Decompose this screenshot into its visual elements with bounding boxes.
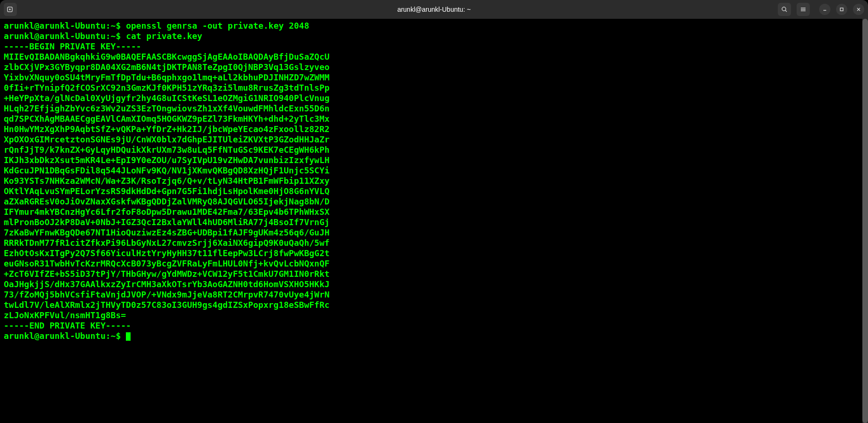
scrollbar-thumb[interactable] bbox=[862, 19, 868, 423]
key-line: qd7SPCXhAgMBAAECggEAVlCAmXIOmq5HOGKWZ9pE… bbox=[4, 114, 864, 124]
key-output-block: MIIEvQIBADANBgkqhkiG9w0BAQEFAASCBKcwggSj… bbox=[4, 52, 864, 321]
output-begin: -----BEGIN PRIVATE KEY----- bbox=[4, 41, 864, 52]
minimize-button[interactable] bbox=[819, 4, 830, 15]
search-button[interactable] bbox=[778, 3, 791, 16]
key-line: zLJoNxKPFVul/nsmHT1g8Bs= bbox=[4, 310, 864, 321]
key-line: Hn0HwYMzXgXhP9AqbtSfZ+vQKPa+YfDrZ+Hk2IJ/… bbox=[4, 124, 864, 134]
prompt-user: arunkl@arunkl-Ubuntu bbox=[4, 331, 106, 341]
command-line-2: arunkl@arunkl-Ubuntu:~$ cat private.key bbox=[4, 31, 864, 41]
prompt-user: arunkl@arunkl-Ubuntu bbox=[4, 31, 106, 41]
prompt-separator: : bbox=[106, 31, 111, 41]
prompt-line-current: arunkl@arunkl-Ubuntu:~$ bbox=[4, 331, 864, 341]
key-line: XpOXOxGIMrcetztonSGNEs9jU/CnWX0blx7dGhpE… bbox=[4, 134, 864, 145]
maximize-button[interactable] bbox=[836, 4, 847, 15]
prompt-path: ~ bbox=[111, 31, 116, 41]
output-end: -----END PRIVATE KEY----- bbox=[4, 321, 864, 331]
prompt-symbol: $ bbox=[116, 331, 121, 341]
key-line: twLdl7V/leAlXRmlx2jTHVyTD0z57C83oI3GUH9g… bbox=[4, 300, 864, 310]
prompt-path: ~ bbox=[111, 331, 116, 341]
key-line: KdGcuJPN1DBqGsFDil8q544JLoNFv9KQ/NV1jXKm… bbox=[4, 165, 864, 176]
terminal-content[interactable]: arunkl@arunkl-Ubuntu:~$ openssl genrsa -… bbox=[0, 19, 868, 423]
search-icon bbox=[781, 6, 788, 13]
terminal-window: arunkl@arunkl-Ubuntu: ~ bbox=[0, 0, 868, 423]
key-line: YixbvXNquy0oSU4tMryFmTfDpTdu+B6qphxgo1lm… bbox=[4, 72, 864, 83]
key-line: rQnfJjT9/k7knZX+GyLqyHDQuikXkrUXm73w8uLq… bbox=[4, 145, 864, 155]
key-line: +ZcT6VIfZE+bS5iD37tPjY/THbGHyw/gYdMWDz+V… bbox=[4, 269, 864, 279]
window-title: arunkl@arunkl-Ubuntu: ~ bbox=[397, 6, 471, 13]
key-line: IKJh3xbDkzXsut5mKR4Le+EpI9Y0eZOU/u7SyIVp… bbox=[4, 155, 864, 165]
key-line: mlPronBoOJ2kP8DaV+0NbJ+IGZ3QcI2BxlaYWll4… bbox=[4, 217, 864, 227]
minimize-icon bbox=[822, 7, 827, 12]
key-line: EzhOtOsKxITgPy2Q7Sf66YiculHztYryHyHH37t1… bbox=[4, 248, 864, 258]
titlebar: arunkl@arunkl-Ubuntu: ~ bbox=[0, 0, 868, 19]
window-controls bbox=[819, 4, 864, 15]
prompt-path: ~ bbox=[111, 21, 116, 31]
close-button[interactable] bbox=[853, 4, 864, 15]
prompt-user: arunkl@arunkl-Ubuntu bbox=[4, 21, 106, 31]
key-line: euGNsoR31TwbHvTcKzrMRQcXcB073yBcgZVFRaLy… bbox=[4, 258, 864, 269]
menu-button[interactable] bbox=[797, 3, 810, 16]
key-line: 7zKaBwYFnwKBgQDe67NT1HioQuziwzEz4sZBG+UD… bbox=[4, 227, 864, 238]
command-2 bbox=[121, 31, 126, 41]
hamburger-icon bbox=[800, 6, 806, 13]
svg-line-2 bbox=[785, 10, 787, 12]
key-line: Ko93YSTs7NHKza2WMcN/Wa+Z3K/RsoTzjq6/Q+v/… bbox=[4, 176, 864, 186]
key-line: OaJHgkjjS/dHx37GAAlkxzZyIrCMH3aXkOTsrYb3… bbox=[4, 279, 864, 290]
key-line: aZXaRGREsV0oJiOvZNaxXGskfwKBgQDDjZalVMRy… bbox=[4, 196, 864, 207]
key-line: +HeYPpXta/glNcDal0XyUjgyfr2hy4G8uICStKeS… bbox=[4, 93, 864, 103]
new-tab-icon bbox=[7, 6, 14, 13]
maximize-icon bbox=[839, 7, 844, 12]
close-icon bbox=[856, 7, 861, 12]
key-line: OKtlYAqLvuSYmPELorYzsRS9dkHdDd+Gpn7G5Fi1… bbox=[4, 186, 864, 196]
scrollbar[interactable] bbox=[862, 19, 868, 423]
new-tab-button[interactable] bbox=[4, 3, 17, 16]
command-1-text: openssl genrsa -out private.key 2048 bbox=[126, 21, 309, 31]
key-line: IFYmur4mkYBCnzHgYc6Lfr2foF8oDpw5Drawu1MD… bbox=[4, 207, 864, 217]
key-line: 73/fZoMQj5bhVCsfiFtaVnjdJVOP/+VNdx9mJjeV… bbox=[4, 290, 864, 300]
prompt-symbol: $ bbox=[116, 31, 121, 41]
command-1 bbox=[121, 21, 126, 31]
key-line: 0fIi+rTYnipfQ2fCOSrXC92n3GmzKJf0KPH51zYR… bbox=[4, 83, 864, 93]
titlebar-right bbox=[778, 3, 864, 16]
prompt-separator: : bbox=[106, 331, 111, 341]
titlebar-left bbox=[4, 3, 19, 16]
svg-rect-7 bbox=[840, 8, 843, 11]
key-line: MIIEvQIBADANBgkqhkiG9w0BAQEFAASCBKcwggSj… bbox=[4, 52, 864, 62]
prompt-symbol: $ bbox=[116, 21, 121, 31]
key-line: HLqh27EfjighZbYvc6z3Wv2uZS3EzTOngwiovsZh… bbox=[4, 103, 864, 114]
cursor bbox=[126, 332, 131, 341]
key-line: RRRkTDnM77fR1citZfkxPi96LbGyNxL27cmvzSrj… bbox=[4, 238, 864, 248]
svg-point-1 bbox=[782, 7, 786, 11]
command-line-1: arunkl@arunkl-Ubuntu:~$ openssl genrsa -… bbox=[4, 21, 864, 31]
prompt-separator: : bbox=[106, 21, 111, 31]
key-line: zlbCXjVPx3GYByqpr8DA04XG2mB6N4tjDKTPAN8T… bbox=[4, 62, 864, 72]
command-2-text: cat private.key bbox=[126, 31, 202, 41]
prompt-space bbox=[121, 331, 126, 341]
